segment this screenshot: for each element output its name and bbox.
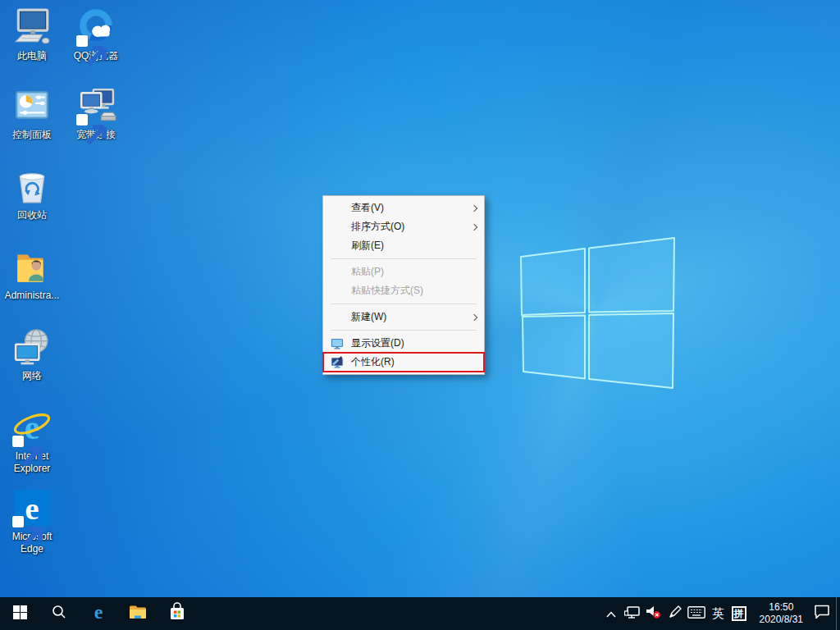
menu-item-paste: 粘贴(P) xyxy=(323,262,484,281)
desktop-icon-network[interactable]: 网络 xyxy=(1,326,63,382)
taskbar-edge-button[interactable]: e xyxy=(79,597,118,630)
this-pc-icon xyxy=(11,36,52,50)
keyboard-icon xyxy=(687,606,705,622)
show-desktop-button[interactable] xyxy=(836,597,840,630)
windows-start-icon xyxy=(13,605,27,623)
desktop-icon-label: 此电脑 xyxy=(1,50,63,62)
submenu-arrow-icon xyxy=(471,204,477,211)
taskbar-store-button[interactable] xyxy=(158,597,197,630)
windows-logo-wallpaper xyxy=(517,235,678,392)
recycle-bin-icon xyxy=(11,195,52,209)
menu-separator xyxy=(331,304,477,304)
desktop-icon-qq-browser[interactable]: QQ浏览器 xyxy=(65,7,127,62)
shortcut-arrow-icon xyxy=(76,114,88,126)
desktop-icon-microsoft-edge[interactable]: e Microsoft Edge xyxy=(1,487,63,555)
menu-item-view[interactable]: 查看(V) xyxy=(323,199,484,217)
clock-time: 16:50 xyxy=(760,601,803,614)
desktop-icon-administrator-folder[interactable]: Administra... xyxy=(1,246,63,302)
volume-tray-button[interactable] xyxy=(643,597,664,630)
shortcut-arrow-icon xyxy=(12,436,24,447)
pen-icon xyxy=(668,605,682,623)
menu-item-paste-shortcut: 粘贴快捷方式(S) xyxy=(323,281,484,300)
menu-item-refresh[interactable]: 刷新(E) xyxy=(323,236,484,255)
volume-muted-icon xyxy=(646,605,661,623)
menu-item-display-settings[interactable]: 显示设置(D) xyxy=(323,334,484,353)
desktop-icon-label: 控制面板 xyxy=(1,129,63,141)
ime-mode-indicator[interactable]: 拼 xyxy=(732,606,746,621)
taskbar-file-explorer-button[interactable] xyxy=(118,597,158,630)
system-tray: 英 拼 16:50 2020/8/31 xyxy=(600,597,840,630)
personalization-icon xyxy=(323,356,351,369)
submenu-arrow-icon xyxy=(471,313,477,320)
chevron-up-icon xyxy=(606,606,616,621)
menu-separator xyxy=(331,258,477,259)
taskbar: e xyxy=(0,597,840,630)
taskbar-clock[interactable]: 16:50 2020/8/31 xyxy=(751,601,811,626)
shortcut-arrow-icon xyxy=(76,35,88,47)
action-center-button[interactable] xyxy=(811,597,833,630)
menu-item-new[interactable]: 新建(W) xyxy=(323,308,484,326)
control-panel-icon xyxy=(11,115,52,129)
network-icon xyxy=(11,356,52,370)
desktop-icon-this-pc[interactable]: 此电脑 xyxy=(1,7,63,62)
menu-item-sort-by[interactable]: 排序方式(O) xyxy=(323,217,484,236)
submenu-arrow-icon xyxy=(471,223,477,230)
menu-item-personalize[interactable]: 个性化(R) xyxy=(323,353,484,372)
search-icon xyxy=(52,605,66,623)
desktop-icon-control-panel[interactable]: 控制面板 xyxy=(1,85,63,141)
svg-text:e: e xyxy=(94,601,103,623)
shortcut-arrow-icon xyxy=(12,516,24,527)
search-button[interactable] xyxy=(39,597,79,630)
windows-ink-button[interactable] xyxy=(664,597,686,630)
action-center-icon xyxy=(814,605,830,623)
desktop-icon-label: 回收站 xyxy=(1,209,63,221)
touch-keyboard-button[interactable] xyxy=(686,597,707,630)
file-explorer-icon xyxy=(128,602,148,625)
menu-separator xyxy=(331,330,477,331)
microsoft-store-icon xyxy=(167,602,187,625)
desktop-icon-label: Administra... xyxy=(1,290,63,302)
edge-icon: e xyxy=(88,601,109,626)
desktop-icon-label: 网络 xyxy=(1,370,63,382)
clock-date: 2020/8/31 xyxy=(760,614,803,626)
desktop-icon-broadband[interactable]: 宽带连接 xyxy=(65,85,127,141)
desktop-context-menu: 查看(V) 排序方式(O) 刷新(E) 粘贴(P) 粘贴快捷方式(S) 新建(W… xyxy=(322,195,485,375)
user-folder-icon xyxy=(11,276,52,290)
ime-language-indicator[interactable]: 英 xyxy=(707,606,730,622)
display-settings-icon xyxy=(323,337,351,350)
desktop-icon-recycle-bin[interactable]: 回收站 xyxy=(1,166,63,221)
desktop-icon-internet-explorer[interactable]: e Internet Explorer xyxy=(1,407,63,475)
network-tray-button[interactable] xyxy=(622,597,643,630)
network-ethernet-icon xyxy=(624,605,640,623)
start-button[interactable] xyxy=(0,597,39,630)
hidden-icons-button[interactable] xyxy=(600,597,622,630)
